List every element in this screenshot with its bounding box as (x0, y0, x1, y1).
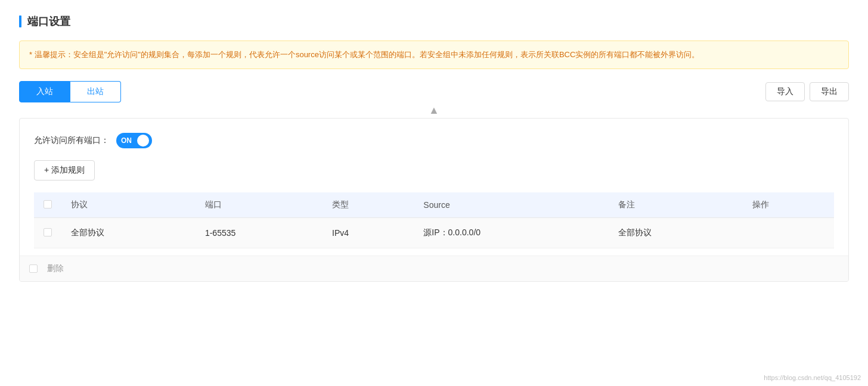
toggle-circle (137, 135, 149, 147)
warning-text: * 温馨提示：安全组是"允许访问"的规则集合，每添加一个规则，代表允许一个sou… (29, 50, 699, 59)
col-source: Source (414, 192, 608, 218)
allow-all-row: 允许访问所有端口： ON (34, 133, 834, 148)
bottom-bar: 删除 (20, 256, 848, 281)
table-row: 全部协议 1-65535 IPv4 源IP：0.0.0.0/0 全部协议 (34, 218, 834, 248)
tab-inbound[interactable]: 入站 (19, 81, 70, 102)
import-export-group: 导入 导出 (765, 82, 849, 101)
col-protocol: 协议 (61, 192, 196, 218)
table-header: 协议 端口 类型 Source 备注 操作 (34, 192, 834, 218)
delete-button[interactable]: 删除 (47, 263, 64, 274)
row-protocol: 全部协议 (61, 218, 196, 248)
row-action (743, 218, 834, 248)
row-checkbox[interactable] (44, 228, 52, 236)
title-bar-accent (19, 15, 21, 27)
table-body: 全部协议 1-65535 IPv4 源IP：0.0.0.0/0 全部协议 (34, 218, 834, 248)
tab-outbound[interactable]: 出站 (70, 81, 121, 102)
bottom-checkbox[interactable] (29, 264, 38, 273)
allow-all-toggle[interactable]: ON (116, 133, 152, 148)
row-port: 1-65535 (196, 218, 323, 248)
row-source: 源IP：0.0.0.0/0 (414, 218, 608, 248)
header-checkbox-cell (34, 192, 61, 218)
row-checkbox-cell (34, 218, 61, 248)
warning-box: * 温馨提示：安全组是"允许访问"的规则集合，每添加一个规则，代表允许一个sou… (19, 41, 849, 69)
page-title: 端口设置 (27, 14, 70, 29)
import-button[interactable]: 导入 (765, 82, 805, 101)
col-port: 端口 (196, 192, 323, 218)
header-checkbox[interactable] (44, 200, 52, 208)
add-rule-button[interactable]: + 添加规则 (34, 160, 95, 180)
col-action: 操作 (743, 192, 834, 218)
row-type: IPv4 (323, 218, 414, 248)
rules-table: 协议 端口 类型 Source 备注 操作 全部协议 1-65535 (34, 192, 834, 248)
allow-all-label: 允许访问所有端口： (34, 135, 109, 146)
main-panel: 允许访问所有端口： ON + 添加规则 协议 端口 类型 (19, 118, 849, 282)
col-note: 备注 (609, 192, 743, 218)
tabs-row: 入站 出站 导入 导出 (19, 81, 849, 102)
export-button[interactable]: 导出 (810, 82, 849, 101)
arrow-indicator: ▲ (19, 102, 849, 116)
toggle-text: ON (121, 136, 132, 145)
watermark: https://blog.csdn.net/qq_4105192 (764, 374, 861, 381)
col-type: 类型 (323, 192, 414, 218)
row-note: 全部协议 (609, 218, 743, 248)
